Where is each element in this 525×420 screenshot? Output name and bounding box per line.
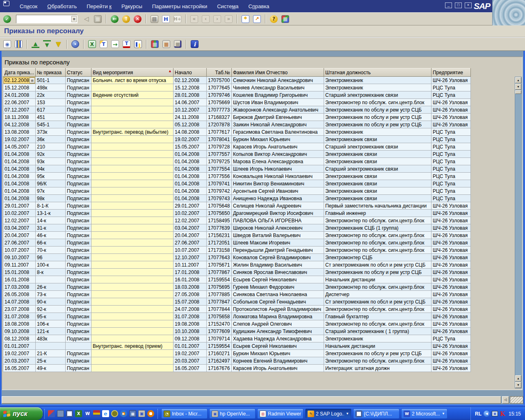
cell[interactable]: 14.08.2008	[173, 128, 206, 136]
cell[interactable]: Арсентьев Сергей Иванович	[231, 187, 324, 195]
cell[interactable]: ШЧ-26 Узловая	[431, 320, 470, 328]
cell[interactable]: 96/К	[35, 180, 65, 187]
cell[interactable]: ШЧ-26 Узловая	[431, 276, 470, 283]
cell[interactable]: 17077885	[206, 291, 231, 298]
cell[interactable]: ШЧ-26 Узловая	[431, 99, 470, 106]
cell[interactable]: 73-к	[35, 291, 65, 298]
cell[interactable]: 18.08.2008	[3, 320, 36, 328]
cell[interactable]: Электромеханик СЦБ (1 группа)	[324, 224, 431, 232]
cell[interactable]: 14-к	[35, 217, 65, 224]
cell[interactable]	[91, 165, 173, 173]
cell[interactable]: Подписан	[65, 158, 91, 165]
scroll-up-bottom-icon[interactable]: ▲	[515, 375, 521, 381]
cell[interactable]: 17077643	[206, 254, 231, 261]
cell[interactable]: 19.02.2007	[173, 136, 206, 143]
cell[interactable]: 498к	[35, 84, 65, 91]
cell[interactable]: 24.01.2008	[3, 91, 36, 99]
cell[interactable]: 27.06.2007	[173, 239, 206, 247]
cell[interactable]	[91, 269, 173, 276]
cell[interactable]: 483к	[35, 335, 65, 342]
print-button[interactable]	[149, 14, 160, 24]
collapse-command-field-button[interactable]	[81, 14, 91, 24]
cell[interactable]: Коновалов Сергей Владимирович	[231, 254, 324, 261]
cell[interactable]: Подписан	[65, 180, 91, 187]
cell[interactable]	[91, 210, 173, 217]
command-history-icon[interactable]: ≣	[71, 16, 77, 22]
cell[interactable]: 23.07.2008	[3, 306, 36, 313]
cell[interactable]: 17075669	[206, 99, 231, 106]
cell[interactable]: 373к	[35, 128, 65, 136]
cell[interactable]: Подписан	[65, 217, 91, 224]
cell[interactable]: ШЧ-26 Узловая	[431, 365, 470, 372]
cell[interactable]	[91, 121, 173, 128]
cell[interactable]: 01.04.2008	[3, 173, 36, 180]
cell[interactable]: ШЧ-26 Узловая	[431, 239, 470, 247]
cell[interactable]: 17075671	[206, 261, 231, 269]
cell[interactable]: 09.11.2007	[3, 261, 36, 269]
cell[interactable]: Селищев Николай Андреевич	[231, 202, 324, 210]
cell[interactable]: 17077645	[206, 84, 231, 91]
cell[interactable]: ШЧ-26 Узловая	[431, 328, 470, 335]
cell[interactable]: 14.06.2007	[173, 99, 206, 106]
cell[interactable]: Старший электромеханик ( 1 группа)	[324, 328, 431, 335]
cell[interactable]	[91, 335, 173, 342]
cell[interactable]: Драгомирецкий Виктор Иосифович	[231, 210, 324, 217]
cell[interactable]: РЦС Тула	[431, 151, 470, 158]
cell[interactable]: Протоколистов Андрей Владимирович	[231, 306, 324, 313]
cell[interactable]	[91, 151, 173, 158]
cell[interactable]: 17077554	[206, 165, 231, 173]
cell[interactable]: 17079741	[206, 180, 231, 187]
cell[interactable]: 66-к	[35, 239, 65, 247]
cell[interactable]: 07.12.2007	[3, 106, 36, 114]
cell[interactable]: 92к	[35, 151, 65, 158]
system-menu-icon[interactable]	[3, 1, 9, 6]
cell[interactable]: Электромеханик	[324, 84, 431, 91]
enter-button[interactable]	[2, 14, 12, 24]
cell[interactable]: Бирюков Дмитрий Евгеньевич	[231, 114, 324, 121]
cell[interactable]: 90-к	[35, 298, 65, 306]
cell[interactable]: 17159554	[206, 276, 231, 283]
cell[interactable]: 20.03.2007	[173, 357, 206, 365]
cell[interactable]: 17167676	[206, 365, 231, 372]
cell[interactable]: 16.01.2008	[3, 276, 36, 283]
taskbar-button[interactable]: {C:\i\ДИПЛ...	[353, 409, 399, 419]
cell[interactable]	[65, 342, 91, 350]
cell[interactable]: 96	[35, 254, 65, 261]
cell[interactable]	[91, 99, 173, 106]
cell[interactable]: 10.12.2007	[173, 106, 206, 114]
cell[interactable]: 17.03.2008	[3, 283, 36, 291]
cell[interactable]: Чиняев Александр Васильевич	[231, 84, 324, 91]
cell[interactable]: 17077639	[206, 224, 231, 232]
menu-item-справка[interactable]: Справка	[249, 3, 269, 9]
help-button[interactable]	[269, 14, 279, 24]
cell[interactable]	[91, 106, 173, 114]
cell[interactable]: Подписан	[65, 77, 91, 84]
cell[interactable]: Электромонтер по обслуж. сигн.центр.блок	[324, 283, 431, 291]
cell[interactable]	[91, 84, 173, 91]
cell[interactable]: 17078041	[206, 136, 231, 143]
cell[interactable]: Внутритранс. перевод (выбытие)	[91, 128, 173, 136]
cell[interactable]: ШЧ-26 Узловая	[431, 247, 470, 254]
cell[interactable]: Герасимова Светлана Валентиновна	[231, 128, 324, 136]
cell[interactable]	[35, 342, 65, 350]
last-page-button[interactable]	[224, 14, 234, 24]
cell[interactable]: 04.12.2008	[3, 121, 36, 128]
column-header-6[interactable]: Фамилия Имя Отчество	[231, 68, 324, 77]
cell[interactable]: РЦС Тула	[431, 84, 470, 91]
menu-item-ракурсы[interactable]: Ракурсы	[121, 3, 142, 9]
cell[interactable]: Карасев Игорь Анатольевич	[231, 365, 324, 372]
cell[interactable]: Подписан	[65, 239, 91, 247]
menu-item-обработать[interactable]: Обработать	[47, 3, 77, 9]
scroll-down-icon[interactable]: ▼	[515, 84, 521, 90]
cell[interactable]: 01.04.2008	[173, 151, 206, 158]
media-player-icon[interactable]	[120, 410, 127, 417]
cell[interactable]	[91, 365, 173, 372]
cell[interactable]: Подписан	[65, 357, 91, 365]
menu-item-параметры-настройки[interactable]: Параметры настройки	[152, 3, 207, 9]
cell[interactable]: Карасев Игорь Анатольевич	[231, 143, 324, 151]
scroll-left-icon[interactable]: ◁	[502, 396, 509, 404]
cell[interactable]: 17162497	[206, 357, 231, 365]
save-button[interactable]	[93, 14, 103, 24]
previous-page-button[interactable]	[201, 14, 211, 24]
cell[interactable]: 15.12.2008	[173, 84, 206, 91]
